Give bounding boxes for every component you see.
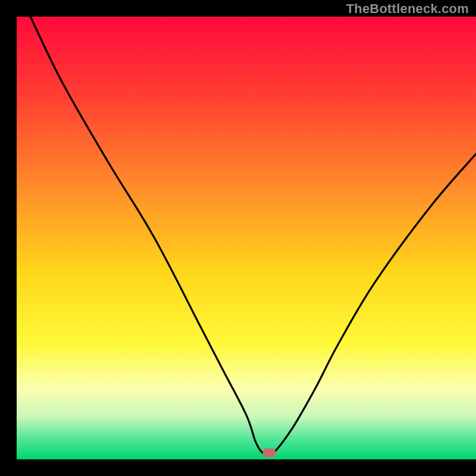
chart-frame-left [0, 0, 17, 476]
bottleneck-chart [0, 0, 476, 476]
chart-frame-bottom [0, 459, 476, 476]
optimal-marker [263, 448, 276, 457]
watermark-label: TheBottleneck.com [346, 1, 469, 17]
